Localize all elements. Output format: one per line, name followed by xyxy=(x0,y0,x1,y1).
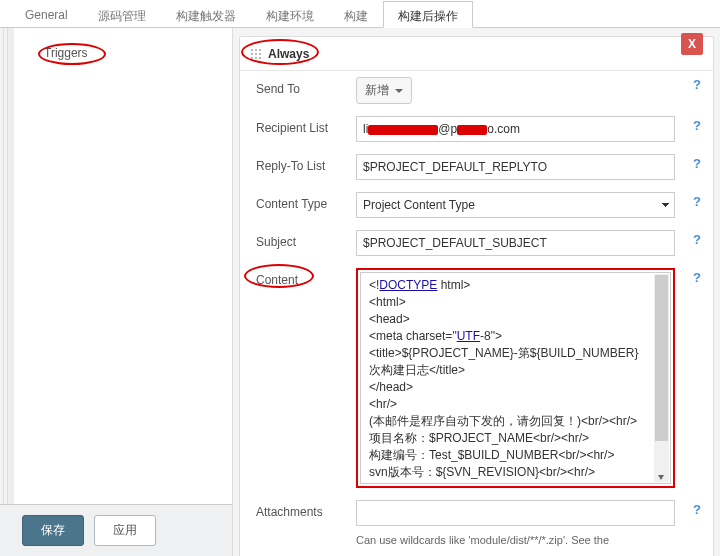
tab-build[interactable]: 构建 xyxy=(329,1,383,28)
trigger-section-always: X ? Always Send To 新增 xyxy=(239,36,714,556)
help-icon[interactable]: ? xyxy=(693,118,701,133)
redaction-mark xyxy=(457,125,487,135)
body: Triggers X ? Always Send To 新增 xyxy=(0,28,720,556)
redaction-mark xyxy=(368,125,438,135)
tab-postbuild[interactable]: 构建后操作 xyxy=(383,1,473,28)
attachments-help-text: Can use wildcards like 'module/dist/**/*… xyxy=(356,534,675,546)
content-type-select[interactable]: Project Content Type xyxy=(356,192,675,218)
attachments-input[interactable] xyxy=(356,500,675,526)
content-textarea[interactable]: <!DOCTYPE html> <html> <head> <meta char… xyxy=(360,272,671,484)
row-content: Content <!DOCTYPE html> <html> <head> <m… xyxy=(240,262,713,494)
row-send-to: Send To 新增 xyxy=(240,71,713,110)
tab-triggers[interactable]: 构建触发器 xyxy=(161,1,251,28)
left-pane: Triggers xyxy=(14,28,232,556)
footer: 保存 应用 xyxy=(0,504,232,556)
section-header: Always xyxy=(240,37,713,71)
annotation-box-content: <!DOCTYPE html> <html> <head> <meta char… xyxy=(356,268,675,488)
row-subject: Subject ? xyxy=(240,224,713,262)
page-root: General 源码管理 构建触发器 构建环境 构建 构建后操作 Trigger… xyxy=(0,0,720,556)
right-pane: X ? Always Send To 新增 xyxy=(232,28,720,556)
help-icon[interactable]: ? xyxy=(693,156,701,171)
reply-to-input[interactable] xyxy=(356,154,675,180)
section-title: Always xyxy=(268,47,309,61)
tab-env[interactable]: 构建环境 xyxy=(251,1,329,28)
row-content-type: Content Type Project Content Type ? xyxy=(240,186,713,224)
label-recipient-list: Recipient List xyxy=(256,116,356,135)
help-icon[interactable]: ? xyxy=(693,502,701,517)
subject-input[interactable] xyxy=(356,230,675,256)
help-icon[interactable]: ? xyxy=(693,270,701,285)
left-gutter xyxy=(0,28,14,556)
tab-bar: General 源码管理 构建触发器 构建环境 构建 构建后操作 xyxy=(0,0,720,28)
label-content-type: Content Type xyxy=(256,192,356,211)
row-recipient-list: Recipient List li@po.com ? xyxy=(240,110,713,148)
add-recipient-label: 新增 xyxy=(365,82,389,99)
label-reply-to: Reply-To List xyxy=(256,154,356,173)
chevron-down-icon xyxy=(395,89,403,93)
tab-general[interactable]: General xyxy=(10,1,83,28)
row-reply-to: Reply-To List ? xyxy=(240,148,713,186)
apply-button[interactable]: 应用 xyxy=(94,515,156,546)
help-icon[interactable]: ? xyxy=(693,194,701,209)
save-button[interactable]: 保存 xyxy=(22,515,84,546)
label-send-to: Send To xyxy=(256,77,356,96)
label-content: Content xyxy=(256,268,356,287)
content-text: <!DOCTYPE html> <html> <head> <meta char… xyxy=(369,277,654,479)
label-subject: Subject xyxy=(256,230,356,249)
add-recipient-dropdown[interactable]: 新增 xyxy=(356,77,412,104)
recipient-list-input[interactable]: li@po.com xyxy=(356,116,675,142)
drag-handle-icon[interactable] xyxy=(250,48,262,60)
scrollbar-thumb[interactable] xyxy=(655,275,668,441)
scrollbar[interactable] xyxy=(654,274,669,482)
help-icon[interactable]: ? xyxy=(693,232,701,247)
scroll-down-icon xyxy=(658,475,664,480)
triggers-label: Triggers xyxy=(44,46,88,60)
label-attachments: Attachments xyxy=(256,500,356,519)
tab-source[interactable]: 源码管理 xyxy=(83,1,161,28)
row-attachments: Attachments Can use wildcards like 'modu… xyxy=(240,494,713,552)
